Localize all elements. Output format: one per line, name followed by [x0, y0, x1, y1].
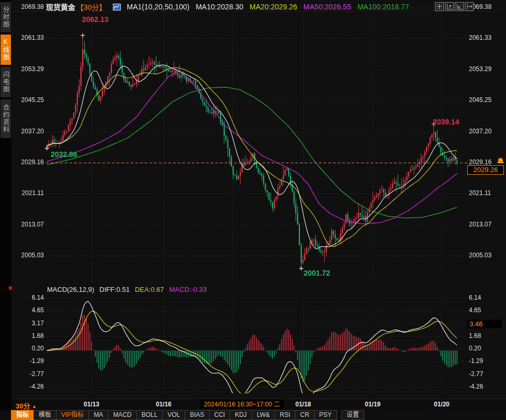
macd-diff-value: DIFF:0.51 — [99, 286, 130, 293]
y-axis-label: 0.20 — [469, 345, 498, 353]
ma-group-label: MA1(10,20,50,100) — [127, 3, 190, 11]
x-axis-label: 01/20 — [429, 401, 454, 408]
tab-vol[interactable]: VOL — [162, 410, 185, 420]
y-axis-label: 2069.38 — [15, 3, 44, 11]
y-axis-label: 1.68 — [469, 332, 498, 340]
macd-dea-value: DEA:0.67 — [135, 286, 164, 293]
y-axis-label: 2053.29 — [15, 65, 44, 73]
axis-zoom-out-icon[interactable] — [455, 2, 464, 11]
tab-bias[interactable]: BIAS — [185, 410, 209, 420]
crosshair-time-tooltip: 2024/01/16 16:30~17:00 二 — [200, 400, 284, 409]
chart-type-sidebar: 分时图 K线图 闪电图 合约资料 — [0, 0, 12, 420]
y-axis-label: 6.14 — [15, 294, 44, 302]
tab-indicator[interactable]: 指标 — [11, 410, 34, 420]
axis-zoom-in-icon[interactable] — [445, 2, 454, 11]
y-axis-label: 2005.03 — [15, 252, 44, 259]
chart-toolbar — [435, 2, 474, 11]
y-axis-label: -1.29 — [469, 357, 498, 365]
y-axis-label: 1.68 — [15, 332, 44, 340]
y-axis-label: 4.65 — [469, 307, 498, 314]
annotation-period-low: 2001.72 — [304, 269, 330, 277]
tab-ma[interactable]: MA — [88, 410, 108, 420]
annotation-open-low: 2032.86 — [51, 150, 77, 158]
annotation-recent-high: 2039.14 — [433, 118, 459, 126]
chart-header: 现货黄金 【30分】 MA1(10,20,50,100) MA10:2028.3… — [46, 2, 409, 12]
y-axis-label: -4.26 — [15, 383, 44, 391]
tab-vip-indicator[interactable]: VIP指标 — [56, 410, 89, 420]
y-axis-label: 0.20 — [15, 345, 44, 353]
ma10-value: MA10:2028.30 — [196, 3, 243, 11]
instrument-name: 现货黄金 — [46, 2, 75, 12]
macd-cursor-value-badge: 3.46 — [467, 320, 502, 328]
tab-settings[interactable]: 设置 — [341, 410, 364, 420]
current-price-badge: 2029.26 — [467, 165, 504, 175]
annotation-period-high: 2062.13 — [82, 15, 109, 24]
sidebar-item-timeline-chart[interactable]: 分时图 — [1, 2, 11, 32]
time-axis: 30分 ▲ 01/13 01/16 01/18 01/19 01/20 2024… — [12, 399, 506, 411]
y-axis-label: 6.14 — [469, 294, 498, 302]
pan-right-icon[interactable] — [465, 2, 474, 11]
tab-template[interactable]: 模板 — [33, 410, 56, 420]
y-axis-label: 2045.25 — [15, 96, 44, 104]
y-axis-label: 4.65 — [15, 307, 44, 314]
ma50-value: MA50:2026.55 — [304, 3, 351, 11]
y-axis-label: 3.17 — [15, 320, 44, 327]
y-axis-label: 2013.07 — [469, 221, 498, 229]
y-axis-label: -2.77 — [469, 370, 498, 378]
y-axis-label: 2021.11 — [15, 189, 44, 197]
period-tag[interactable]: 【30分】 — [76, 2, 107, 12]
kline-chart-canvas[interactable] — [0, 0, 506, 420]
y-axis-label: 2037.20 — [15, 128, 44, 135]
macd-hist-value: MACD:-0.33 — [169, 286, 207, 293]
y-axis-label: 2037.20 — [469, 128, 498, 135]
macd-title: MACD(26,12,9) — [47, 286, 94, 293]
tab-macd[interactable]: MACD — [108, 410, 136, 420]
indicator-toolbar: 指标 模板 VIP指标 MA MACD BOLL VOL BIAS CCI KD… — [0, 410, 506, 420]
sidebar-item-kline-chart[interactable]: K线图 — [1, 35, 11, 65]
y-axis-label: 2061.33 — [15, 34, 44, 42]
tab-kdj[interactable]: KDJ — [229, 410, 252, 420]
tab-psy[interactable]: PSY — [314, 410, 337, 420]
y-axis-label: -2.77 — [15, 370, 44, 378]
y-axis-label: -4.26 — [469, 383, 498, 391]
y-axis-label: 2021.11 — [469, 189, 498, 197]
ma100-value: MA100:2018.77 — [358, 3, 409, 11]
y-axis-label: -1.29 — [15, 357, 44, 365]
x-axis-label: 01/19 — [360, 401, 385, 408]
crosshair-move-icon[interactable] — [435, 2, 444, 11]
period-selector[interactable]: 30分 ▲ — [16, 401, 37, 411]
ma20-value: MA20:2029.26 — [250, 3, 297, 11]
macd-header: MACD(26,12,9) DIFF:0.51 DEA:0.67 MACD:-0… — [47, 286, 206, 293]
kline-mini-icon — [113, 4, 121, 10]
tab-cci[interactable]: CCI — [209, 410, 231, 420]
price-alert-icon[interactable] — [497, 158, 504, 164]
sidebar-item-lightning-chart[interactable]: 闪电图 — [1, 67, 11, 97]
y-axis-label: 2005.03 — [469, 252, 498, 259]
y-axis-label: 2053.29 — [469, 65, 498, 73]
tab-boll[interactable]: BOLL — [136, 410, 163, 420]
tab-rsi[interactable]: RSI — [274, 410, 295, 420]
tab-cr[interactable]: CR — [295, 410, 314, 420]
y-axis-label: 2013.07 — [15, 221, 44, 229]
live-indicator-icon: * — [8, 284, 13, 296]
y-axis-label: 2061.33 — [469, 34, 498, 42]
y-axis-label: 2045.25 — [469, 96, 498, 104]
tab-lwr[interactable]: LW& — [251, 410, 275, 420]
y-axis-label: 2029.16 — [15, 158, 44, 166]
x-axis-label: 01/16 — [151, 401, 176, 408]
trading-app-window: 分时图 K线图 闪电图 合约资料 现货黄金 【30分】 MA1(10,20,50… — [0, 0, 506, 420]
triangle-up-icon: ▲ — [32, 404, 37, 409]
sidebar-item-contract-info[interactable]: 合约资料 — [1, 99, 11, 138]
x-axis-label: 01/18 — [291, 401, 316, 408]
x-axis-label: 01/13 — [79, 401, 104, 408]
